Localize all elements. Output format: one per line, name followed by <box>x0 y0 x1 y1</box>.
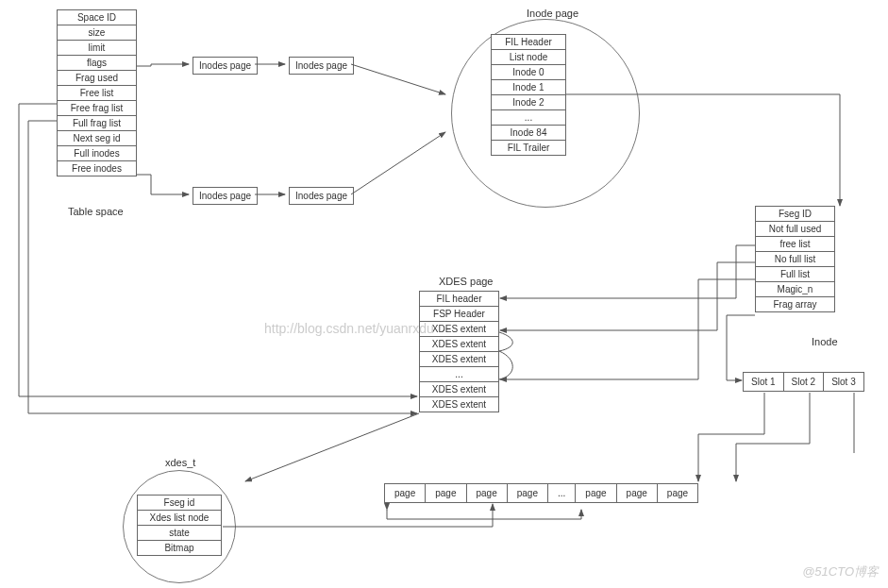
inode-page-row: Inode 2 <box>492 95 566 110</box>
xdes-t-row: Fseg id <box>138 496 222 511</box>
page: page <box>616 483 658 503</box>
tablespace-row: Next seg id <box>58 131 137 146</box>
inode-page-row: FIL Trailer <box>492 141 566 156</box>
xdes-t-row: Xdes list node <box>138 511 222 526</box>
inode-page-row: Inode 1 <box>492 80 566 95</box>
inodes-page-box: Inodes page <box>193 187 258 205</box>
slot: Slot 2 <box>783 372 825 392</box>
inode-row: No full list <box>756 252 835 267</box>
page: ... <box>547 483 576 503</box>
inodes-page-box: Inodes page <box>193 57 258 75</box>
xdes-t-row: state <box>138 526 222 541</box>
inodes-page-box: Inodes page <box>289 57 354 75</box>
xdes-t-table: Fseg id Xdes list node state Bitmap <box>137 495 222 556</box>
page: page <box>507 483 548 503</box>
tablespace-row: flags <box>58 56 137 71</box>
xdes-row: XDES extent <box>420 322 499 337</box>
tablespace-row: Frag used <box>58 71 137 86</box>
xdes-page-table: FIL header FSP Header XDES extent XDES e… <box>419 291 499 412</box>
inode-page-table: FIL Header List node Inode 0 Inode 1 Ino… <box>491 34 566 156</box>
tablespace-row: Free frag list <box>58 101 137 116</box>
tablespace-table: Space ID size limit flags Frag used Free… <box>57 9 137 176</box>
watermark-51cto: @51CTO博客 <box>802 563 879 580</box>
inode-page-row: List node <box>492 50 566 65</box>
tablespace-label: Table space <box>68 206 124 217</box>
xdes-row: ... <box>420 367 499 382</box>
page: page <box>657 483 698 503</box>
xdes-row: XDES extent <box>420 382 499 397</box>
page: page <box>425 483 466 503</box>
pages-row: page page page page ... page page page <box>385 483 698 503</box>
tablespace-row: Space ID <box>58 10 137 25</box>
tablespace-row: Full frag list <box>58 116 137 131</box>
tablespace-row: size <box>58 25 137 41</box>
xdes-row: XDES extent <box>420 352 499 367</box>
inode-table: Fseg ID Not full used free list No full … <box>755 206 835 312</box>
inode-row: Fseg ID <box>756 207 835 222</box>
inode-row: Full list <box>756 267 835 282</box>
xdes-t-row: Bitmap <box>138 541 222 556</box>
slots-row: Slot 1 Slot 2 Slot 3 <box>744 372 864 392</box>
tablespace-row: Free list <box>58 86 137 101</box>
inode-page-row: ... <box>492 110 566 126</box>
slot: Slot 3 <box>823 372 864 392</box>
tablespace-row: Free inodes <box>58 161 137 176</box>
slot: Slot 1 <box>743 372 784 392</box>
watermark-blog: http://blog.csdn.net/yuanrxdu <box>264 321 434 336</box>
xdes-row: FSP Header <box>420 307 499 322</box>
inode-row: Frag array <box>756 297 835 312</box>
inode-page-row: Inode 84 <box>492 126 566 141</box>
inode-title: Inode <box>812 336 838 347</box>
xdes-page-title: XDES page <box>439 276 493 287</box>
page: page <box>384 483 426 503</box>
xdes-row: FIL header <box>420 292 499 307</box>
inodes-page-box: Inodes page <box>289 187 354 205</box>
xdes-row: XDES extent <box>420 397 499 412</box>
inode-page-row: FIL Header <box>492 35 566 50</box>
inode-page-row: Inode 0 <box>492 65 566 80</box>
tablespace-row: limit <box>58 41 137 56</box>
tablespace-row: Full inodes <box>58 146 137 161</box>
inode-page-title: Inode page <box>527 8 578 19</box>
inode-row: Magic_n <box>756 282 835 297</box>
page: page <box>466 483 508 503</box>
xdes-t-title: xdes_t <box>165 457 195 468</box>
inode-row: free list <box>756 237 835 252</box>
inode-row: Not full used <box>756 222 835 237</box>
xdes-row: XDES extent <box>420 337 499 352</box>
page: page <box>575 483 616 503</box>
